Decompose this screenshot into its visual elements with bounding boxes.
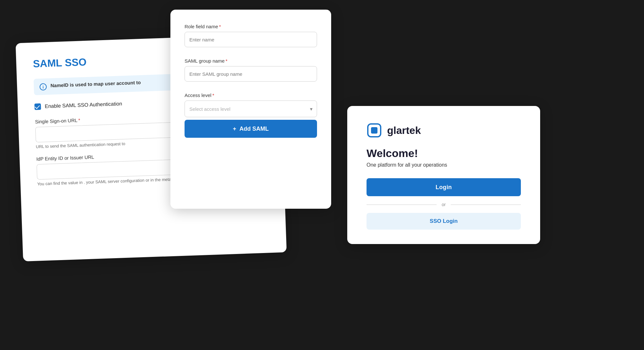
or-text: or xyxy=(442,202,446,207)
role-field-name-input[interactable] xyxy=(185,32,317,47)
required-star: * xyxy=(78,118,80,123)
login-card: glartek Welcome! One platform for all yo… xyxy=(347,106,540,244)
access-level-select[interactable]: Select access level Admin Viewer Editor xyxy=(185,101,317,117)
access-level-section: Access level* Select access level Admin … xyxy=(185,92,317,117)
saml-group-name-input[interactable] xyxy=(185,66,317,82)
saml-group-name-label: SAML group name* xyxy=(185,58,317,64)
svg-rect-1 xyxy=(371,127,377,134)
role-field-name-section: Role field name* xyxy=(185,24,317,49)
access-level-wrapper: Select access level Admin Viewer Editor xyxy=(185,101,317,117)
or-line-right xyxy=(451,205,521,205)
brand-row: glartek xyxy=(367,123,521,138)
enable-saml-checkbox[interactable] xyxy=(34,103,41,110)
add-saml-label: Add SAML xyxy=(240,126,269,132)
or-divider: or xyxy=(367,202,521,207)
add-saml-plus-icon: + xyxy=(233,126,236,132)
welcome-title: Welcome! xyxy=(367,147,521,160)
welcome-subtitle: One platform for all your operations xyxy=(367,162,521,168)
role-field-name-label: Role field name* xyxy=(185,24,317,29)
saml-group-name-section: SAML group name* xyxy=(185,58,317,83)
or-line-left xyxy=(367,205,437,205)
enable-saml-label: Enable SAML SSO Authentication xyxy=(45,101,122,109)
login-button[interactable]: Login xyxy=(367,178,521,196)
access-level-label: Access level* xyxy=(185,92,317,98)
glartek-logo-icon xyxy=(367,123,382,138)
info-icon: i xyxy=(40,83,47,91)
info-banner-text: NameID is used to map user account to xyxy=(50,80,141,88)
brand-name: glartek xyxy=(387,125,421,136)
sso-login-button[interactable]: SSO Login xyxy=(367,213,521,230)
saml-form-card: Role field name* SAML group name* Access… xyxy=(170,10,331,209)
add-saml-button[interactable]: + Add SAML xyxy=(185,120,317,138)
